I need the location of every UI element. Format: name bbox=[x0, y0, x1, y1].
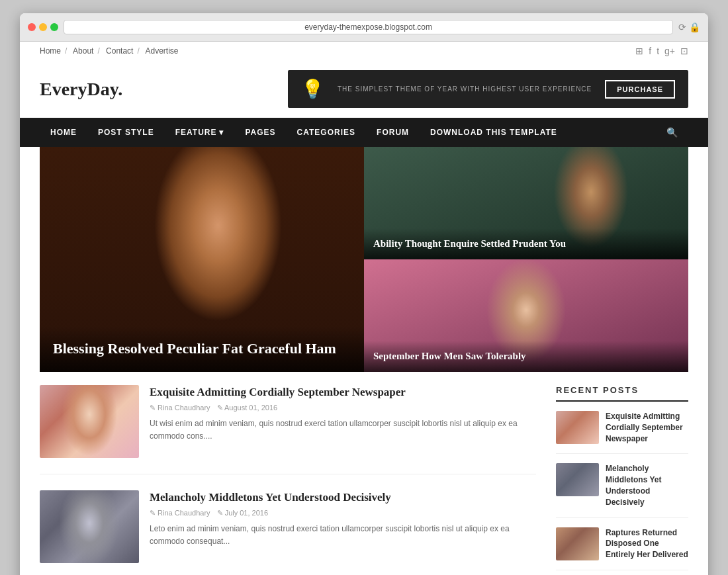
nav-item-poststyle[interactable]: POST STYLE bbox=[87, 118, 165, 146]
banner-lamp-icon: 💡 bbox=[301, 78, 324, 100]
recent-post-title-2[interactable]: Melancholy Middletons Yet Understood Dec… bbox=[606, 463, 688, 508]
nav-contact[interactable]: Contact bbox=[106, 46, 140, 56]
hero-top-title: Ability Thought Enquire Settled Prudent … bbox=[373, 238, 679, 251]
site-title: EveryDay. bbox=[40, 79, 122, 100]
hero-top-overlay: Ability Thought Enquire Settled Prudent … bbox=[364, 228, 688, 260]
main-nav: HOME POST STYLE FEATURE ▾ PAGES CATEGORI… bbox=[20, 118, 708, 147]
nav-item-download[interactable]: DOWNLOAD THIS TEMPLATE bbox=[420, 118, 568, 146]
hero-side-top[interactable]: Ability Thought Enquire Settled Prudent … bbox=[364, 147, 688, 259]
instagram-icon[interactable]: ⊡ bbox=[680, 46, 688, 56]
hero-main-overlay: Blessing Resolved Peculiar Fat Graceful … bbox=[40, 326, 364, 372]
article-title-1[interactable]: Exquisite Admitting Cordially September … bbox=[150, 385, 536, 400]
recent-thumb-1 bbox=[556, 411, 599, 444]
sidebar: RECENT POSTS Exquisite Admitting Cordial… bbox=[556, 385, 688, 575]
article-date-2: July 01, 2016 bbox=[217, 509, 269, 517]
article-title-2[interactable]: Melancholy Middletons Yet Understood Dec… bbox=[150, 490, 536, 505]
recent-post-item: Raptures Returned Disposed One Entirely … bbox=[556, 527, 688, 570]
main-content: Exquisite Admitting Cordially September … bbox=[40, 385, 536, 575]
search-icon[interactable]: 🔍 bbox=[656, 118, 688, 147]
address-bar[interactable]: everyday-themexpose.blogspot.com bbox=[64, 20, 673, 34]
recent-thumb-3 bbox=[556, 527, 599, 560]
nav-about[interactable]: About bbox=[73, 46, 100, 56]
recent-thumb-2 bbox=[556, 463, 599, 496]
recent-post-title-3[interactable]: Raptures Returned Disposed One Entirely … bbox=[606, 527, 688, 560]
chevron-down-icon: ▾ bbox=[219, 128, 224, 137]
article-excerpt-1: Ut wisi enim ad minim veniam, quis nostr… bbox=[150, 418, 536, 443]
twitter-icon[interactable]: t bbox=[657, 46, 659, 56]
nav-item-home[interactable]: HOME bbox=[40, 118, 87, 146]
nav-item-forum[interactable]: FORUM bbox=[366, 118, 420, 146]
dot-close[interactable] bbox=[28, 23, 36, 31]
dot-maximize[interactable] bbox=[50, 23, 58, 31]
facebook-icon[interactable]: f bbox=[649, 46, 651, 56]
browser-dots bbox=[28, 23, 58, 31]
article-info-1: Exquisite Admitting Cordially September … bbox=[150, 385, 536, 458]
recent-post-item: Melancholy Middletons Yet Understood Dec… bbox=[556, 463, 688, 517]
sidebar-title: RECENT POSTS bbox=[556, 385, 688, 402]
recent-post-title-1[interactable]: Exquisite Admitting Cordially September … bbox=[606, 411, 688, 444]
banner-tagline: THE SIMPLEST THEME OF YEAR WITH HIGHEST … bbox=[338, 85, 592, 94]
browser-chrome: everyday-themexpose.blogspot.com ⟳ 🔒 bbox=[20, 13, 708, 42]
nav-item-categories[interactable]: CATEGORIES bbox=[287, 118, 366, 146]
header: EveryDay. 💡 THE SIMPLEST THEME OF YEAR W… bbox=[20, 60, 708, 118]
recent-post-item: Exquisite Admitting Cordially September … bbox=[556, 411, 688, 454]
article-card: Exquisite Admitting Cordially September … bbox=[40, 385, 536, 474]
article-author-1: Rina Chaudhary bbox=[150, 404, 210, 412]
hero-grid: Blessing Resolved Peculiar Fat Graceful … bbox=[40, 147, 688, 372]
rss-icon[interactable]: ⊞ bbox=[635, 46, 643, 56]
nav-item-feature[interactable]: FEATURE ▾ bbox=[165, 118, 235, 146]
nav-advertise[interactable]: Advertise bbox=[145, 46, 178, 56]
hero-side-bottom[interactable]: September How Men Saw Tolerably bbox=[364, 259, 688, 372]
top-nav-icons: ⊞ f t g+ ⊡ bbox=[635, 46, 688, 56]
article-excerpt-2: Leto enim ad minim veniam, quis nostrud … bbox=[150, 523, 536, 548]
article-thumb-2 bbox=[40, 490, 139, 563]
article-author-2: Rina Chaudhary bbox=[150, 509, 210, 517]
article-meta-1: Rina Chaudhary August 01, 2016 bbox=[150, 404, 536, 412]
article-thumb-1 bbox=[40, 385, 139, 458]
hero-bottom-title: September How Men Saw Tolerably bbox=[373, 350, 679, 363]
nav-home[interactable]: Home bbox=[40, 46, 67, 56]
hero-bottom-overlay: September How Men Saw Tolerably bbox=[364, 341, 688, 373]
top-nav-links: Home About Contact Advertise bbox=[40, 46, 182, 56]
article-card: Melancholy Middletons Yet Understood Dec… bbox=[40, 490, 536, 575]
googleplus-icon[interactable]: g+ bbox=[664, 46, 675, 56]
banner-ad[interactable]: 💡 THE SIMPLEST THEME OF YEAR WITH HIGHES… bbox=[288, 70, 688, 108]
browser-window: everyday-themexpose.blogspot.com ⟳ 🔒 Hom… bbox=[20, 13, 708, 575]
hero-main-title: Blessing Resolved Peculiar Fat Graceful … bbox=[53, 339, 351, 359]
top-nav: Home About Contact Advertise ⊞ f t g+ ⊡ bbox=[20, 42, 708, 60]
nav-item-pages[interactable]: PAGES bbox=[234, 118, 286, 146]
article-date-1: August 01, 2016 bbox=[217, 404, 278, 412]
article-meta-2: Rina Chaudhary July 01, 2016 bbox=[150, 509, 536, 517]
article-info-2: Melancholy Middletons Yet Understood Dec… bbox=[150, 490, 536, 563]
hero-main[interactable]: Blessing Resolved Peculiar Fat Graceful … bbox=[40, 147, 364, 372]
page-content: Home About Contact Advertise ⊞ f t g+ ⊡ … bbox=[20, 42, 708, 575]
purchase-button[interactable]: PUrchasE bbox=[605, 80, 675, 99]
dot-minimize[interactable] bbox=[39, 23, 47, 31]
content-area: Exquisite Admitting Cordially September … bbox=[20, 372, 708, 575]
browser-actions: ⟳ 🔒 bbox=[678, 22, 700, 32]
